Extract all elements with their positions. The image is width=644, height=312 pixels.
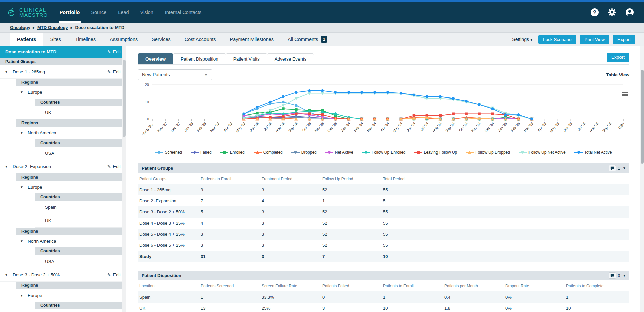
page-scrollbar[interactable] (640, 46, 644, 312)
nav-item-source[interactable]: Source (85, 2, 112, 23)
svg-text:Mar '23: Mar '23 (209, 121, 220, 133)
region-row-europe[interactable]: ▼Europe (0, 86, 126, 99)
svg-text:Study St...: Study St... (141, 121, 154, 136)
comments-count-badge: 1 (321, 36, 327, 43)
comments-icon[interactable] (609, 272, 616, 279)
group-edit-button[interactable]: ✎ Edit (107, 272, 121, 277)
page-scroll-thumb[interactable] (641, 70, 644, 164)
collapse-caret-icon[interactable]: ▼ (623, 166, 626, 170)
chart-tab-adverse-events[interactable]: Adverse Events (267, 53, 314, 64)
expand-caret-icon[interactable]: ▼ (5, 70, 9, 74)
sidebar-scroll-thumb[interactable] (123, 60, 126, 137)
legend-item-net-active[interactable]: Net Active (325, 150, 353, 155)
nav-item-internal-contacts[interactable]: Internal Contacts (159, 2, 208, 23)
nav-item-lead[interactable]: Lead (112, 2, 134, 23)
country-row-uk[interactable]: UK (35, 214, 126, 228)
patients-metric-select[interactable]: New Patients ▼ (138, 69, 212, 80)
settings-dropdown[interactable]: Settings ▾ (512, 37, 532, 42)
expand-caret-icon[interactable]: ▼ (20, 185, 24, 189)
group-row-dose-3-dose-2-50[interactable]: ▼Dose 3 - Dose 2 + 50%✎ Edit (0, 268, 126, 282)
country-row-usa[interactable]: USA (35, 147, 126, 160)
expand-caret-icon[interactable]: ▼ (20, 239, 24, 243)
section-tools[interactable]: 0 ▼ (609, 272, 626, 279)
legend-item-leaving-follow-up[interactable]: Leaving Follow Up (414, 150, 457, 155)
legend-item-completed[interactable]: Completed (254, 150, 283, 155)
sidebar-scrollbar[interactable] (122, 46, 126, 312)
tab-assumptions[interactable]: Assumptions (103, 33, 145, 46)
breadcrumb-mtd-oncology[interactable]: MTD Oncology (37, 25, 68, 30)
expand-caret-icon[interactable]: ▼ (20, 131, 24, 135)
breadcrumb-oncology[interactable]: Oncology (10, 25, 30, 30)
patient-groups-section-header[interactable]: Patient Groups 1 ▼ (138, 163, 629, 173)
scenario-edit-button[interactable]: ✎ Edit (107, 49, 121, 54)
print-view-button[interactable]: Print View (580, 35, 609, 44)
legend-item-follow-up-enrolled[interactable]: Follow Up Enrolled (362, 150, 406, 155)
cell: UK (139, 303, 200, 312)
legend-item-follow-up-dropped[interactable]: Follow Up Dropped (466, 150, 510, 155)
expand-caret-icon[interactable]: ▼ (5, 273, 9, 277)
region-row-europe[interactable]: ▼Europe (0, 181, 126, 193)
group-row-dose-2-expansion[interactable]: ▼Dose 2 -Expansion✎ Edit (0, 160, 126, 173)
collapse-caret-icon[interactable]: ▼ (623, 274, 626, 277)
table-row-dose-6-dose-5-25[interactable]: Dose 6 - Dose 5 + 25%335255 (138, 240, 629, 251)
chart-tab-patient-visits[interactable]: Patient Visits (226, 53, 267, 64)
legend-item-follow-up-net-active[interactable]: Follow Up Net Active (519, 150, 566, 155)
table-view-link[interactable]: Table View (606, 72, 629, 77)
table-row-study[interactable]: Study313710 (138, 251, 629, 262)
tab-payment-milestones[interactable]: Payment Milestones (223, 33, 281, 46)
region-row-north-america[interactable]: ▼North America (0, 127, 126, 139)
chart-tab-patient-disposition[interactable]: Patient Disposition (173, 53, 226, 64)
nav-item-vision[interactable]: Vision (135, 2, 159, 23)
table-row-dose-2-expansion[interactable]: Dose 2 -Expansion7415 (138, 195, 629, 206)
lock-scenario-button[interactable]: Lock Scenario (538, 35, 577, 44)
table-row-dose-5-dose-4-25[interactable]: Dose 5 - Dose 4 + 25%335255 (138, 229, 629, 240)
country-row-uk[interactable]: UK (35, 309, 126, 312)
legend-item-screened[interactable]: Screened (155, 150, 182, 155)
group-edit-button[interactable]: ✎ Edit (107, 69, 121, 74)
legend-item-failed[interactable]: Failed (191, 150, 212, 155)
tab-timelines[interactable]: Timelines (68, 33, 103, 46)
follow-up-net-active-marker-icon (519, 150, 527, 154)
tab-all-comments[interactable]: All Comments1 (281, 33, 334, 46)
nav-item-portfolio[interactable]: Portfolio (54, 2, 86, 23)
user-account-icon[interactable] (625, 8, 634, 17)
country-row-uk[interactable]: UK (35, 106, 126, 119)
group-row-dose-1-265mg[interactable]: ▼Dose 1 - 265mg✎ Edit (0, 65, 126, 79)
country-row-spain[interactable]: Spain (35, 201, 126, 214)
all-comments-label: All Comments (288, 37, 318, 42)
tab-cost-accounts[interactable]: Cost Accounts (178, 33, 223, 46)
expand-caret-icon[interactable]: ▼ (20, 294, 24, 297)
group-edit-button[interactable]: ✎ Edit (107, 164, 121, 169)
table-row-dose-3-dose-2-50[interactable]: Dose 3 - Dose 2 + 50%535255 (138, 206, 629, 218)
svg-text:Mar '24: Mar '24 (366, 121, 377, 133)
table-row-dose-4-dose-3-25[interactable]: Dose 4 - Dose 3 + 25%435255 (138, 218, 629, 229)
region-row-north-america[interactable]: ▼North America (0, 235, 126, 247)
tab-sites[interactable]: Sites (43, 33, 68, 46)
tab-services[interactable]: Services (145, 33, 178, 46)
gear-icon[interactable] (608, 8, 616, 17)
legend-item-enrolled[interactable]: Enrolled (220, 150, 245, 155)
comments-icon[interactable] (609, 165, 616, 171)
chart-export-button[interactable]: Export (607, 53, 629, 62)
scenario-actions: Settings ▾ Lock ScenarioPrint ViewExport (512, 33, 644, 46)
chart-context-menu-icon[interactable] (621, 91, 629, 98)
legend-item-dropped[interactable]: Dropped (291, 150, 317, 155)
chart-tab-overview[interactable]: Overview (138, 53, 173, 64)
brand[interactable]: CLINICAL MAESTRO (0, 2, 54, 23)
svg-text:Sep '24: Sep '24 (445, 121, 456, 133)
export-button[interactable]: Export (613, 35, 635, 44)
country-row-usa[interactable]: USA (35, 255, 126, 268)
help-icon[interactable]: ? (590, 8, 599, 17)
table-row-uk[interactable]: UK1325%3101.80%10 (138, 303, 629, 312)
section-tools[interactable]: 1 ▼ (609, 165, 626, 171)
cell: 52 (322, 240, 382, 250)
regions-bar: Regions (16, 228, 126, 235)
tab-patients[interactable]: Patients (10, 33, 43, 46)
region-row-europe[interactable]: ▼Europe (0, 289, 126, 302)
table-row-spain[interactable]: Spain133.3%010.40%1 (138, 291, 629, 303)
table-row-dose-1-265mg[interactable]: Dose 1 - 265mg935255 (138, 184, 629, 195)
expand-caret-icon[interactable]: ▼ (5, 165, 9, 168)
expand-caret-icon[interactable]: ▼ (20, 90, 24, 94)
patient-disposition-section-header[interactable]: Patient Disposition 0 ▼ (138, 271, 629, 280)
legend-item-total-net-active[interactable]: Total Net Active (574, 150, 612, 155)
